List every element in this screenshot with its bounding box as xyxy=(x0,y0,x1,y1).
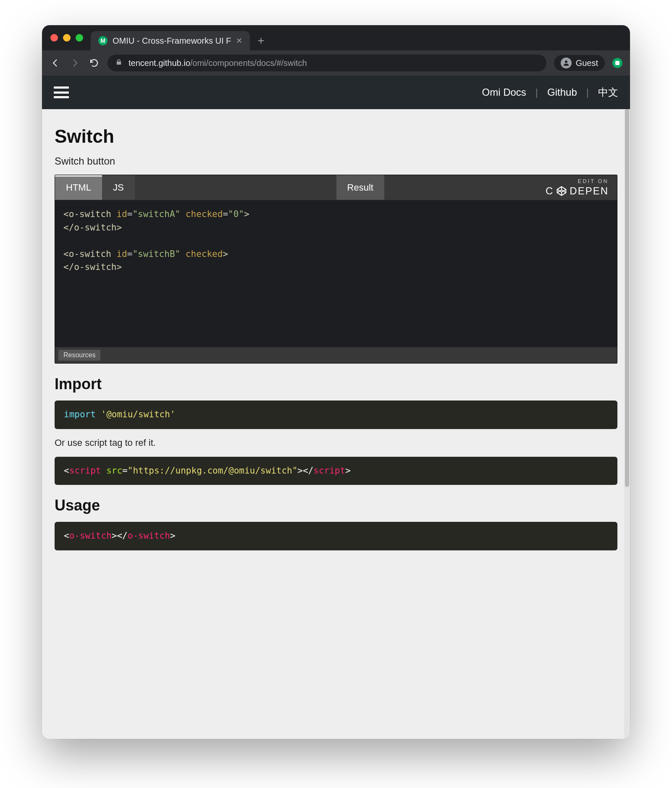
profile-button[interactable]: Guest xyxy=(554,55,605,71)
site-header: Omi Docs | Github | 中文 xyxy=(42,76,630,109)
code-script-tag[interactable]: <script src="https://unpkg.com/@omiu/swi… xyxy=(55,457,617,485)
url-text: tencent.github.io/omi/components/docs/#/… xyxy=(129,58,307,68)
codepen-edit-link[interactable]: EDIT ON C DEPEN xyxy=(537,175,617,200)
maximize-window-button[interactable] xyxy=(76,34,83,42)
svg-point-0 xyxy=(565,60,567,63)
page-subtitle: Switch button xyxy=(55,155,617,167)
browser-tab-active[interactable]: M OMIU - Cross-Frameworks UI F ✕ xyxy=(91,31,250,50)
code-import[interactable]: import '@omiu/switch' xyxy=(55,401,617,429)
avatar-icon xyxy=(561,58,572,68)
codepen-tab-js[interactable]: JS xyxy=(102,175,135,200)
scrollbar[interactable] xyxy=(624,109,630,739)
menu-icon[interactable] xyxy=(54,86,69,98)
address-bar[interactable]: tencent.github.io/omi/components/docs/#/… xyxy=(108,55,546,71)
page-content: Switch Switch button HTML JS Result EDIT… xyxy=(42,109,630,739)
section-heading-usage: Usage xyxy=(55,497,617,514)
profile-label: Guest xyxy=(576,58,598,68)
close-window-button[interactable] xyxy=(50,34,58,42)
codepen-resources-button[interactable]: Resources xyxy=(58,350,100,361)
lock-icon xyxy=(115,58,123,68)
codepen-tab-html[interactable]: HTML xyxy=(55,175,102,200)
codepen-code[interactable]: <o-switch id="switchA" checked="0"> </o-… xyxy=(55,200,617,347)
nav-link-omi-docs[interactable]: Omi Docs xyxy=(482,86,526,98)
page-title: Switch xyxy=(55,126,617,147)
reload-button[interactable] xyxy=(88,58,100,68)
code-usage[interactable]: <o-switch></o-switch> xyxy=(55,522,617,550)
extension-button[interactable] xyxy=(612,58,622,68)
tab-title: OMIU - Cross-Frameworks UI F xyxy=(113,36,231,46)
header-nav: Omi Docs | Github | 中文 xyxy=(482,86,618,99)
new-tab-button[interactable]: + xyxy=(250,31,272,50)
section-heading-import: Import xyxy=(55,375,617,393)
tab-close-icon[interactable]: ✕ xyxy=(236,36,242,45)
codepen-footer: Resources xyxy=(55,347,617,363)
nav-separator: | xyxy=(536,86,538,98)
back-button[interactable] xyxy=(50,58,61,68)
tab-favicon: M xyxy=(98,36,108,45)
codepen-embed: HTML JS Result EDIT ON C DEPEN xyxy=(55,175,617,364)
nav-separator: | xyxy=(586,86,589,98)
browser-tabbar: M OMIU - Cross-Frameworks UI F ✕ + xyxy=(42,25,630,50)
browser-window: M OMIU - Cross-Frameworks UI F ✕ + xyxy=(42,25,630,739)
codepen-toolbar: HTML JS Result EDIT ON C DEPEN xyxy=(55,175,617,200)
browser-toolbar: tencent.github.io/omi/components/docs/#/… xyxy=(42,50,630,76)
codepen-logo: C DEPEN xyxy=(546,185,609,197)
window-controls xyxy=(48,25,91,50)
minimize-window-button[interactable] xyxy=(63,34,71,42)
import-note: Or use script tag to ref it. xyxy=(55,437,617,448)
codepen-tab-result[interactable]: Result xyxy=(336,175,384,200)
nav-link-github[interactable]: Github xyxy=(547,86,577,98)
scrollbar-thumb[interactable] xyxy=(625,109,629,487)
codepen-edit-on-label: EDIT ON xyxy=(578,178,609,184)
nav-link-chinese[interactable]: 中文 xyxy=(598,86,618,99)
codepen-cube-icon xyxy=(556,186,567,196)
forward-button[interactable] xyxy=(69,58,81,68)
